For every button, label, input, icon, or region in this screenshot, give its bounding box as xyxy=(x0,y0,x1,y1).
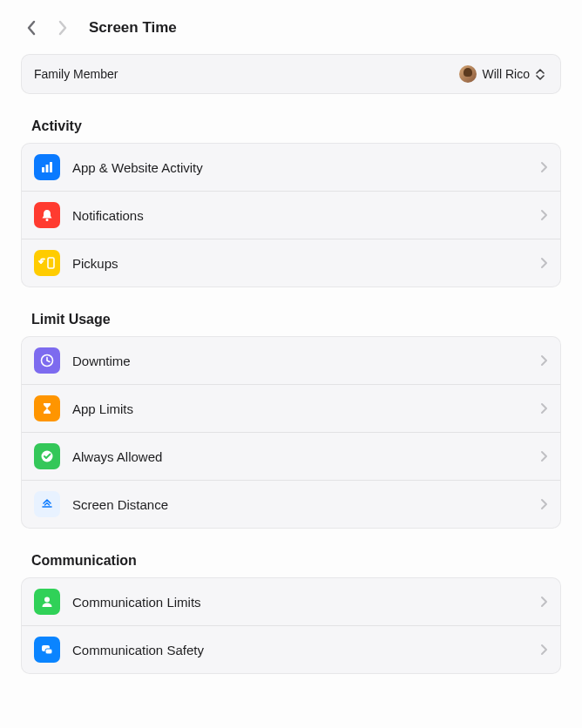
item-notifications[interactable]: Notifications xyxy=(22,192,560,239)
svg-point-7 xyxy=(44,597,50,603)
section-limit-usage: Limit Usage Downtime App Limits Always xyxy=(0,312,582,529)
clock-icon xyxy=(34,347,60,374)
item-label: App Limits xyxy=(72,401,528,416)
svg-rect-1 xyxy=(46,165,49,172)
chevron-right-icon xyxy=(540,450,548,462)
item-label: Notifications xyxy=(72,208,528,223)
chevron-right-icon xyxy=(540,354,548,367)
section-title-communication: Communication xyxy=(21,553,561,569)
family-member-selector[interactable]: Will Rico xyxy=(459,65,548,83)
family-member-name: Will Rico xyxy=(483,67,530,81)
item-label: Always Allowed xyxy=(72,449,528,464)
stepper-icon xyxy=(536,67,548,81)
chevron-right-icon xyxy=(540,209,548,221)
item-communication-safety[interactable]: Communication Safety xyxy=(22,626,560,673)
item-communication-limits[interactable]: Communication Limits xyxy=(22,578,560,626)
item-label: Communication Limits xyxy=(72,595,528,610)
svg-rect-9 xyxy=(45,649,52,654)
hourglass-icon xyxy=(34,395,60,421)
chevron-right-icon xyxy=(540,402,548,415)
chart-icon xyxy=(34,154,60,180)
svg-rect-0 xyxy=(42,167,44,172)
item-label: Downtime xyxy=(72,354,528,368)
item-label: Screen Distance xyxy=(72,497,528,512)
item-app-limits[interactable]: App Limits xyxy=(22,385,560,433)
svg-rect-4 xyxy=(48,258,54,268)
forward-button xyxy=(52,17,73,38)
back-button[interactable] xyxy=(21,17,42,38)
item-label: Communication Safety xyxy=(72,643,528,657)
chevron-right-icon xyxy=(540,596,548,608)
header: Screen Time xyxy=(0,0,582,54)
bubble-icon xyxy=(34,637,60,663)
svg-point-3 xyxy=(46,219,49,221)
section-title-activity: Activity xyxy=(21,118,561,134)
checkmark-icon xyxy=(34,443,60,469)
section-activity: Activity App & Website Activity Notifica… xyxy=(0,118,582,287)
family-member-row: Family Member Will Rico xyxy=(21,54,561,94)
avatar xyxy=(459,65,477,83)
bell-icon xyxy=(34,202,60,228)
list-communication: Communication Limits Communication Safet… xyxy=(21,577,561,674)
item-screen-distance[interactable]: Screen Distance xyxy=(22,481,560,528)
item-pickups[interactable]: Pickups xyxy=(22,239,560,286)
chevron-right-icon xyxy=(540,257,548,269)
svg-rect-2 xyxy=(50,162,52,172)
section-communication: Communication Communication Limits Commu… xyxy=(0,553,582,674)
item-always-allowed[interactable]: Always Allowed xyxy=(22,433,560,481)
person-icon xyxy=(34,589,60,615)
list-activity: App & Website Activity Notifications Pic… xyxy=(21,143,561,287)
chevron-right-icon xyxy=(540,498,548,510)
chevron-right-icon xyxy=(540,644,548,656)
chevron-right-icon xyxy=(540,161,548,173)
family-member-label: Family Member xyxy=(34,67,118,81)
section-title-limit-usage: Limit Usage xyxy=(21,312,561,327)
page-title: Screen Time xyxy=(89,19,177,37)
distance-icon xyxy=(34,491,60,517)
item-downtime[interactable]: Downtime xyxy=(22,337,560,385)
item-app-website-activity[interactable]: App & Website Activity xyxy=(22,144,560,192)
item-label: Pickups xyxy=(72,256,528,271)
item-label: App & Website Activity xyxy=(72,160,528,175)
pickups-icon xyxy=(34,250,60,276)
list-limit-usage: Downtime App Limits Always Allowed xyxy=(21,336,561,529)
